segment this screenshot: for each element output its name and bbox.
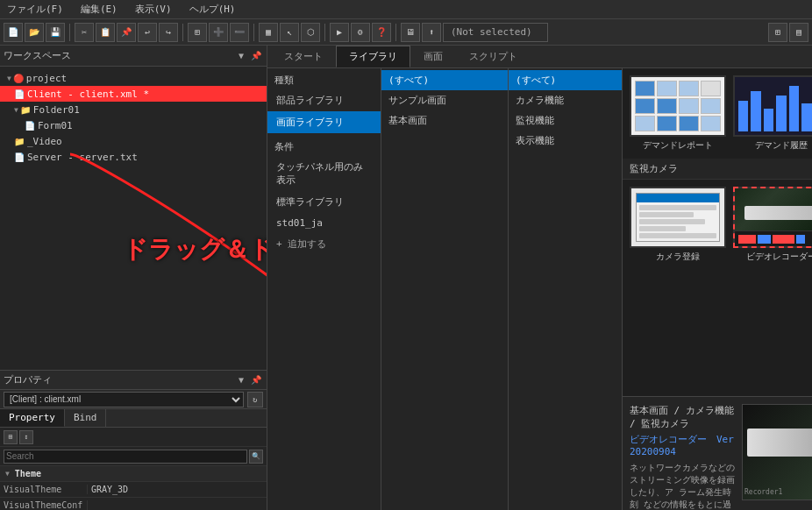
vid-bar2 (758, 235, 771, 244)
tab-library[interactable]: ライブラリ (336, 46, 410, 67)
toolbar-grid-btn[interactable]: ⊞ (188, 23, 207, 42)
property-toolbar: ⊞ ↕ (0, 428, 267, 447)
property-select[interactable]: [Client] : client.xml (4, 392, 244, 407)
menu-edit[interactable]: 編集(E) (77, 1, 121, 18)
bar3 (764, 109, 773, 131)
property-grid-btn[interactable]: ⊞ (4, 430, 18, 444)
tree-item-video[interactable]: 📁 _Video (0, 133, 267, 149)
toolbar-undo-btn[interactable]: ↩ (138, 23, 157, 42)
tab-screen[interactable]: 画面 (410, 46, 456, 67)
property-search-btn[interactable]: 🔍 (249, 450, 263, 464)
menu-help[interactable]: ヘルプ(H) (186, 1, 239, 18)
toolbar-copy-btn[interactable]: 📋 (96, 23, 115, 42)
thumb-demand-report[interactable]: デマンドレポート (630, 75, 726, 152)
camera-reg-body (637, 202, 719, 241)
property-value-visualtheme[interactable]: GRAY_3D (88, 485, 267, 494)
property-title: プロパティ (4, 373, 52, 386)
toolbar-save-btn[interactable]: 💾 (46, 23, 65, 42)
more-filter-monitor[interactable]: 監視機能 (509, 110, 622, 131)
property-float-btn[interactable]: 📌 (249, 375, 263, 385)
bar6 (801, 103, 811, 131)
desc-thumb-label-text: Recorder1 (744, 488, 782, 496)
category-screen-library[interactable]: 画面ライブラリ (267, 111, 381, 133)
toolbar-help-btn[interactable]: ❓ (372, 23, 391, 42)
filters-panel: (すべて) サンプル画面 基本画面 (381, 68, 509, 510)
left-panel: ワークスペース ▼ 📌 ▼ 🔴 project 📄 Client - clien… (0, 46, 267, 510)
drag-drop-label: ドラッグ＆ドロップ (123, 233, 267, 266)
category-condition-title: 条件 (267, 133, 381, 156)
thumb-demand-history[interactable]: デマンド履歴 (733, 75, 812, 152)
tab-start[interactable]: スタート (271, 46, 336, 67)
project-icon: 🔴 (13, 74, 24, 83)
toolbar-sep2 (182, 24, 183, 41)
toolbar-open-btn[interactable]: 📂 (25, 23, 44, 42)
theme-section-label: Theme (15, 469, 41, 478)
toolbar-run-btn[interactable]: ▶ (330, 23, 349, 42)
desc-thumb-train (747, 429, 812, 457)
bar1 (738, 101, 748, 131)
thumb-camera-reg[interactable]: カメラ登録 (630, 187, 726, 263)
tree-item-form01[interactable]: 📄 Form01 (0, 117, 267, 133)
toolbar-new-btn[interactable]: 📄 (4, 23, 23, 42)
property-refresh-btn[interactable]: ↻ (247, 392, 263, 407)
property-panel: プロパティ ▼ 📌 [Client] : client.xml ↻ Proper… (0, 370, 267, 510)
vid-train (744, 206, 812, 221)
workspace-float-btn[interactable]: 📌 (249, 51, 263, 60)
toolbar-settings-btn[interactable]: ⚙ (351, 23, 370, 42)
toolbar-pointer-btn[interactable]: ↖ (280, 23, 299, 42)
tree-item-client[interactable]: 📄 Client - client.xml * (0, 86, 267, 102)
filter-basic[interactable]: 基本画面 (381, 110, 508, 131)
more-filter-camera[interactable]: カメラ機能 (509, 90, 622, 110)
tab-bar: スタート ライブラリ 画面 スクリプト (267, 46, 812, 68)
toolbar-cut-btn[interactable]: ✂ (75, 23, 94, 42)
workspace-pin-btn[interactable]: ▼ (237, 51, 246, 60)
camera-reg-dialog (636, 193, 720, 242)
property-sort-btn[interactable]: ↕ (19, 430, 33, 444)
property-name-visualtheme: VisualTheme (0, 485, 88, 494)
property-pin-btn[interactable]: ▼ (237, 375, 246, 385)
workspace-header: ワークスペース ▼ 📌 (0, 46, 267, 67)
tree-item-server[interactable]: 📄 Server - server.txt (0, 149, 267, 165)
tab-property[interactable]: Property (0, 409, 65, 427)
property-search-input[interactable] (4, 450, 247, 464)
more-filter-display[interactable]: 表示機能 (509, 131, 622, 151)
reg-line1 (639, 205, 716, 210)
folder01-icon: 📁 (20, 105, 31, 115)
category-parts-library[interactable]: 部品ライブラリ (267, 89, 381, 111)
filter-sample[interactable]: サンプル画面 (381, 90, 508, 110)
toolbar-upload-btn[interactable]: ⬆ (422, 23, 441, 42)
folder01-collapse: ▼ (14, 106, 18, 114)
toolbar-extra2-btn[interactable]: ▤ (789, 23, 808, 42)
toolbar-extra1-btn[interactable]: ⊞ (768, 23, 787, 42)
category-touch-only[interactable]: タッチパネル用のみ表示 (267, 156, 381, 191)
more-filter-all[interactable]: (すべて) (509, 70, 622, 90)
menu-file[interactable]: ファイル(F) (4, 1, 67, 18)
video-rec-content (735, 188, 812, 246)
tab-bind[interactable]: Bind (65, 409, 107, 427)
tree-item-folder01[interactable]: ▼ 📁 Folder01 (0, 102, 267, 117)
demand-history-chart (735, 77, 812, 135)
toolbar-select-btn[interactable]: ⬡ (301, 23, 320, 42)
toolbar-sep3 (253, 24, 254, 41)
filter-all[interactable]: (すべて) (381, 70, 508, 90)
menu-view[interactable]: 表示(V) (132, 1, 175, 18)
toolbar-paste-btn[interactable]: 📌 (117, 23, 136, 42)
toolbar-minus-btn[interactable]: ➖ (230, 23, 249, 42)
toolbar-edit-group: ✂ 📋 📌 ↩ ↪ (75, 23, 178, 42)
toolbar-monitor-btn[interactable]: 🖥 (401, 23, 420, 42)
toolbar-add-btn[interactable]: ➕ (209, 23, 228, 42)
demand-report-chart (631, 77, 724, 135)
tab-script[interactable]: スクリプト (456, 46, 531, 67)
property-row-visualthemeconf: VisualThemeConf (0, 498, 267, 510)
thumb-demand-history-img (733, 75, 812, 137)
property-header: プロパティ ▼ 📌 (0, 371, 267, 390)
tree-item-project[interactable]: ▼ 🔴 project (0, 70, 267, 86)
toolbar-redo-btn[interactable]: ↪ (159, 23, 178, 42)
thumb-video-recorder[interactable]: ビデオレコーダー (733, 187, 812, 263)
demand-report-label: デマンドレポート (643, 139, 713, 152)
toolbar-align-btn[interactable]: ▦ (259, 23, 278, 42)
property-section-theme: ▼ Theme (0, 466, 267, 482)
thumb-demand-report-img (630, 75, 726, 137)
video-recorder-label: ビデオレコーダー (746, 251, 812, 263)
category-add-btn[interactable]: + 追加する (267, 233, 381, 255)
